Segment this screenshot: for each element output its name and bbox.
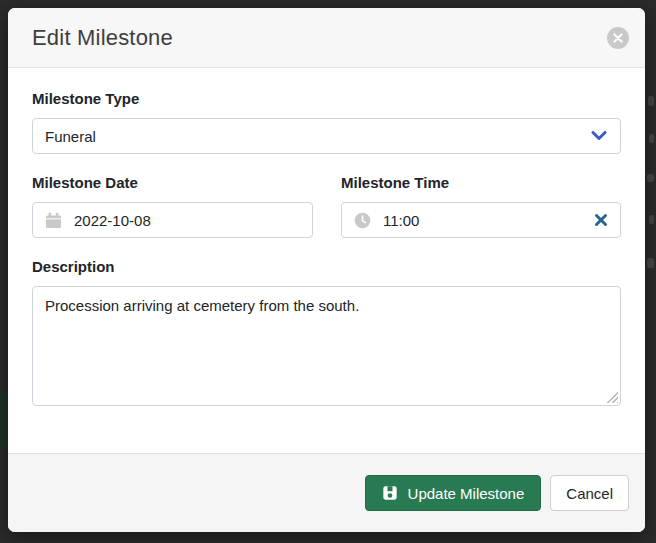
milestone-time-input[interactable] xyxy=(383,212,582,229)
milestone-date-field[interactable] xyxy=(32,202,313,238)
background-page-fragment xyxy=(647,258,654,268)
cancel-button[interactable]: Cancel xyxy=(550,475,629,511)
milestone-type-select[interactable]: Funeral xyxy=(32,118,621,154)
modal-title: Edit Milestone xyxy=(32,25,173,51)
clock-icon xyxy=(354,212,371,229)
clear-x-icon xyxy=(594,213,608,227)
modal-header: Edit Milestone xyxy=(8,8,645,68)
background-page-fragment xyxy=(0,393,8,448)
description-label: Description xyxy=(32,258,621,275)
clear-time-button[interactable] xyxy=(594,213,608,227)
background-page-fragment xyxy=(648,96,654,106)
milestone-time-field[interactable] xyxy=(341,202,621,238)
milestone-date-label: Milestone Date xyxy=(32,174,313,191)
description-textarea[interactable]: Procession arriving at cemetery from the… xyxy=(32,286,621,406)
background-page-fragment xyxy=(647,174,654,182)
modal-body: Milestone Type Funeral Milestone Date xyxy=(8,68,645,453)
edit-milestone-modal: Edit Milestone Milestone Type Funeral xyxy=(8,8,645,532)
modal-footer: Update Milestone Cancel xyxy=(8,453,645,532)
background-page-fragment xyxy=(649,215,654,224)
close-button[interactable] xyxy=(607,27,629,49)
update-milestone-label: Update Milestone xyxy=(408,485,525,502)
milestone-type-section: Milestone Type Funeral xyxy=(32,90,621,154)
modal-backdrop: Edit Milestone Milestone Type Funeral xyxy=(0,0,656,543)
update-milestone-button[interactable]: Update Milestone xyxy=(365,475,542,511)
milestone-time-section: Milestone Time xyxy=(341,174,621,238)
milestone-type-label: Milestone Type xyxy=(32,90,621,107)
cancel-label: Cancel xyxy=(566,485,613,502)
calendar-icon xyxy=(45,212,62,229)
milestone-time-label: Milestone Time xyxy=(341,174,621,191)
milestone-date-input[interactable] xyxy=(74,212,300,229)
description-section: Description Procession arriving at cemet… xyxy=(32,258,621,406)
save-icon xyxy=(382,485,398,501)
close-x-icon xyxy=(613,33,623,43)
milestone-date-section: Milestone Date xyxy=(32,174,313,238)
background-page-fragment xyxy=(649,134,654,143)
